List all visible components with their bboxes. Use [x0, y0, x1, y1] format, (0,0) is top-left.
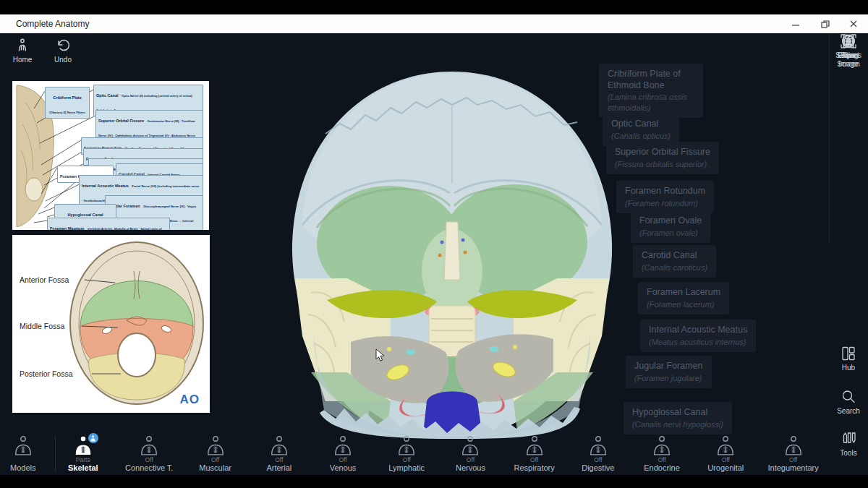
hub-icon	[841, 346, 856, 361]
main-toolbar: Home Undo	[6, 38, 80, 64]
active-badge	[88, 433, 98, 443]
search-icon	[841, 389, 856, 405]
body-system-icon	[460, 435, 480, 455]
system-tab[interactable]: Models	[10, 435, 55, 472]
system-tab[interactable]: Off Muscular	[194, 435, 237, 472]
annotation-tag[interactable]: Superior Orbital Fissure (Fissura orbita…	[606, 142, 719, 174]
minimize-button[interactable]	[781, 14, 810, 33]
body-system-icon	[783, 435, 804, 455]
annotation-tag[interactable]: Jugular Foramen (Foramen jugulare)	[626, 356, 712, 388]
undo-icon	[55, 38, 71, 53]
app-canvas: Home Undo	[0, 33, 868, 475]
annotation-tag[interactable]: Internal Acoustic Meatus (Meatus acustic…	[640, 320, 756, 352]
system-tab[interactable]: Off Venous	[321, 435, 365, 472]
system-tab[interactable]: Off Nervous	[448, 435, 492, 472]
fossa-label-posterior: Posterior Fossa	[20, 369, 73, 378]
window-title: Complete Anatomy	[16, 14, 89, 33]
annotation-tag[interactable]: Carotid Canal (Canalis caroticus)	[633, 245, 716, 278]
sidebar-item-tools[interactable]: Tools	[829, 431, 868, 458]
annotation-tag[interactable]: Foramen Ovale (Foramen ovale)	[631, 210, 710, 243]
skull-3d-model[interactable]	[282, 61, 622, 449]
screen: Complete Anatomy Home U	[0, 0, 868, 488]
body-system-icon	[269, 435, 289, 455]
sidebar-item-hub[interactable]: Hub	[829, 346, 868, 372]
close-button[interactable]	[839, 14, 868, 33]
figure1-label: Cribiform Plate Olfactory (I) Nerve Fibr…	[45, 87, 90, 119]
window-controls	[781, 14, 868, 33]
system-tab[interactable]: Parts Skeletal	[61, 435, 105, 472]
system-tab[interactable]: Off Respiratory	[513, 435, 556, 472]
body-system-icon	[652, 435, 672, 455]
home-icon	[14, 38, 30, 53]
annotation-tag[interactable]: Hypoglossal Canal (Canalis nervi hypoglo…	[624, 402, 732, 435]
body-system-icon	[588, 435, 608, 455]
body-system-icon	[333, 435, 353, 455]
annotation-tag[interactable]: Cribriform Plate of Ethmoid Bone (Lamina…	[599, 64, 703, 118]
system-tab[interactable]: Off Urogenital	[704, 435, 747, 472]
body-system-icon	[13, 435, 33, 455]
system-tab[interactable]: Off Endocrine	[640, 435, 684, 472]
sidebar-item-search[interactable]: Search	[829, 389, 868, 416]
body-system-icon	[205, 435, 226, 455]
reference-image-fossae[interactable]: Anterior Fossa Middle Fossa Posterior Fo…	[12, 235, 210, 413]
tools-icon	[841, 431, 856, 447]
restore-button[interactable]	[810, 14, 839, 33]
question-circle-icon	[841, 33, 856, 49]
system-tab[interactable]: Off Connective T.	[125, 435, 173, 472]
undo-button[interactable]: Undo	[46, 38, 80, 64]
ao-logo: AO	[180, 393, 200, 407]
system-tab[interactable]: Off Arterial	[258, 435, 301, 472]
home-button[interactable]: Home	[6, 38, 39, 64]
systems-bar: Models Parts Skeletal	[0, 433, 829, 475]
system-tab[interactable]: Off Lymphatic	[385, 435, 428, 472]
annotation-tag[interactable]: Foramen Rotundum (Foramen rotundum)	[616, 181, 714, 213]
body-system-icon	[396, 435, 417, 455]
body-system-icon	[139, 435, 159, 455]
sidebar-item-tips[interactable]: Tips	[829, 33, 868, 60]
reference-image-foramina[interactable]: Cribiform Plate Olfactory (I) Nerve Fibr…	[12, 81, 209, 230]
system-tab[interactable]: Off Digestive	[576, 435, 620, 472]
fossa-label-middle: Middle Fossa	[20, 322, 64, 330]
body-system-icon	[524, 435, 545, 455]
window-titlebar: Complete Anatomy	[0, 14, 868, 33]
annotation-tag[interactable]: Foramen Lacerum (Foramen lacerum)	[638, 282, 729, 314]
system-tab[interactable]: Off Integumentary	[767, 435, 818, 472]
figure1-label: Foramen Magnum Vertebral Arteries, Medul…	[47, 218, 170, 230]
body-system-icon	[715, 435, 736, 455]
fossa-label-anterior: Anterior Fossa	[20, 275, 69, 284]
